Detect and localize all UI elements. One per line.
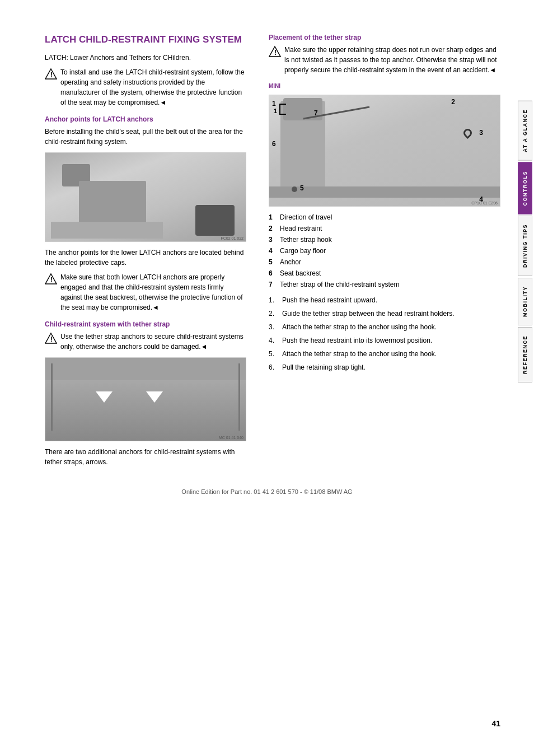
svg-text:!: ! (50, 335, 53, 343)
tab-driving-tips[interactable]: DRIVING TIPS (518, 216, 532, 276)
left-column: LATCH CHILD-RESTRAINT FIXING SYSTEM LATC… (45, 34, 257, 472)
warning-text-1: To install and use the LATCH child-restr… (60, 67, 246, 108)
list-item-5: 5 Anchor (269, 257, 500, 267)
tab-mobility[interactable]: MOBILITY (518, 278, 532, 325)
list-item-7: 7 Tether strap of the child-restraint sy… (269, 279, 500, 290)
list-item-4: 4 Cargo bay floor (269, 246, 500, 256)
step-6: 6. Pull the retaining strap tight. (269, 362, 500, 372)
warning-text-4: Make sure the upper retaining strap does… (284, 45, 500, 75)
warning-icon-2: ! (45, 273, 57, 285)
list-item-6: 6 Seat backrest (269, 268, 500, 278)
footer: Online Edition for Part no. 01 41 2 601 … (0, 488, 534, 506)
steps-list: 1. Push the head restraint upward. 2. Gu… (269, 295, 500, 372)
placement-title: Placement of the tether strap (269, 34, 500, 41)
warning-text-2: Make sure that both lower LATCH anchors … (60, 272, 246, 312)
cargo-caption: There are two additional anchors for chi… (45, 447, 246, 467)
diag-num-5: 5 (300, 184, 304, 192)
tab-reference[interactable]: REFERENCE (518, 327, 532, 382)
warning-box-3: ! Use the tether strap anchors to secure… (45, 332, 246, 352)
mini-diagram: 1 2 3 4 5 6 7 1 CP1C 01 E296 (269, 95, 500, 207)
page-number: 41 (491, 719, 500, 728)
right-column: Placement of the tether strap ! Make sur… (257, 34, 500, 472)
anchor-image: FC02 01 022 (45, 152, 246, 242)
tab-at-a-glance[interactable]: AT A GLANCE (518, 101, 532, 161)
warning-icon-4: ! (269, 45, 281, 58)
svg-text:!: ! (50, 276, 53, 284)
warning-icon-1: ! (45, 68, 57, 80)
warning-icon-3: ! (45, 332, 57, 344)
anchor-section-title: Anchor points for LATCH anchors (45, 115, 246, 123)
diag-num-1: 1 (272, 100, 276, 108)
warning-box-4: ! Make sure the upper retaining strap do… (269, 45, 500, 75)
warning-box-1: ! To install and use the LATCH child-res… (45, 67, 246, 108)
step-1: 1. Push the head restraint upward. (269, 295, 500, 305)
cargo-image: MC 01 41 040 (45, 357, 246, 441)
mini-label: MINI (269, 83, 500, 89)
svg-text:!: ! (274, 49, 277, 57)
step-5: 5. Attach the tether strap to the anchor… (269, 349, 500, 359)
warning-box-2: ! Make sure that both lower LATCH anchor… (45, 272, 246, 312)
diag-num-2: 2 (451, 98, 455, 106)
anchor-caption: The anchor points for the lower LATCH an… (45, 248, 246, 268)
list-item-2: 2 Head restraint (269, 223, 500, 234)
tether-section-title: Child-restraint system with tether strap (45, 320, 246, 328)
sidebar-tabs: AT A GLANCE CONTROLS DRIVING TIPS MOBILI… (516, 0, 534, 756)
anchor-body: Before installing the child's seat, pull… (45, 127, 246, 147)
svg-text:!: ! (50, 71, 53, 79)
warning-text-3: Use the tether strap anchors to secure c… (60, 332, 246, 352)
diag-num-7: 7 (314, 109, 318, 117)
step-2: 2. Guide the tether strap between the he… (269, 309, 500, 319)
list-item-3: 3 Tether strap hook (269, 235, 500, 245)
tab-controls[interactable]: CONTROLS (518, 162, 532, 214)
step-4: 4. Push the head restraint into its lowe… (269, 335, 500, 346)
step-3: 3. Attach the tether strap to the anchor… (269, 322, 500, 332)
intro-text: LATCH: Lower Anchors and Tethers for CHi… (45, 53, 246, 63)
diag-num-3: 3 (479, 129, 483, 137)
diagram-items-list: 1 Direction of travel 2 Head restraint 3… (269, 212, 500, 290)
page-title: LATCH CHILD-RESTRAINT FIXING SYSTEM (45, 34, 246, 46)
diag-num-6: 6 (272, 140, 276, 148)
list-item-1: 1 Direction of travel (269, 212, 500, 222)
